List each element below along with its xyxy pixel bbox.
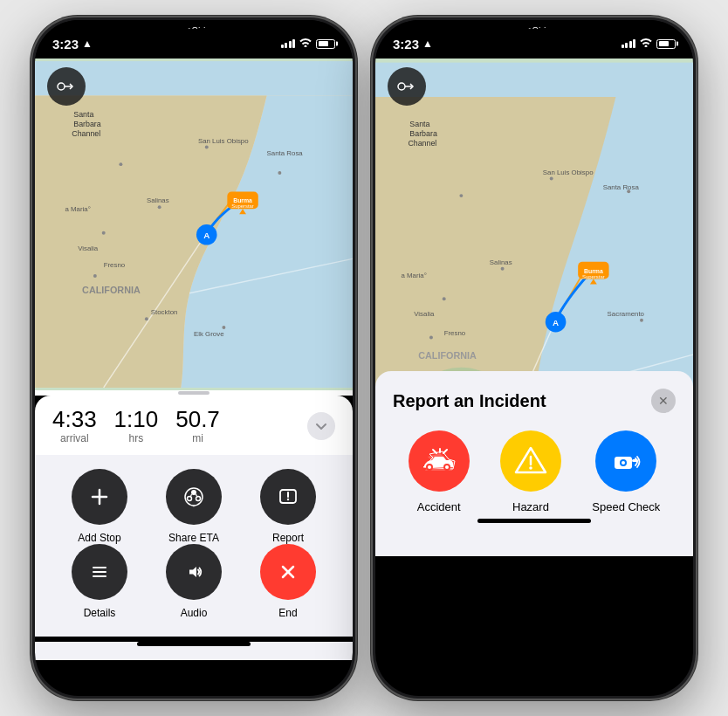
share-eta-button[interactable]: + Share ETA <box>147 469 241 544</box>
time-display-2: 3:23 ▲ <box>393 37 433 52</box>
distance-stat: 50.7 mi <box>175 408 220 444</box>
svg-text:Salinas: Salinas <box>147 196 169 204</box>
share-eta-label: Share ETA <box>168 532 219 544</box>
svg-point-7 <box>158 205 161 209</box>
svg-text:Superstar: Superstar <box>582 274 605 279</box>
hazard-label: Hazard <box>512 500 549 513</box>
svg-text:Channel: Channel <box>408 139 436 148</box>
drag-handle-1[interactable] <box>178 391 209 395</box>
incident-title: Report an Incident <box>393 391 546 411</box>
add-stop-button[interactable]: Add Stop <box>52 469 147 544</box>
svg-point-9 <box>145 317 148 320</box>
svg-text:Superstar: Superstar <box>231 203 254 209</box>
duration-stat: 1:10 hrs <box>114 408 159 444</box>
location-arrow-2: ▲ <box>422 38 433 50</box>
report-label: Report <box>272 532 304 544</box>
svg-point-58 <box>550 176 553 180</box>
svg-point-30 <box>58 83 65 90</box>
svg-text:Sacramento: Sacramento <box>608 310 645 318</box>
signal-bars-1 <box>281 39 296 48</box>
svg-point-4 <box>119 162 122 166</box>
svg-point-57 <box>459 194 463 197</box>
time-display-1: 3:23 ▲ <box>52 37 93 52</box>
svg-text:Salinas: Salinas <box>490 258 512 266</box>
add-stop-label: Add Stop <box>78 532 120 544</box>
duration-value: 1:10 <box>114 408 159 430</box>
accident-label: Accident <box>417 500 461 513</box>
svg-text:A: A <box>553 318 559 327</box>
status-right-2 <box>622 38 676 50</box>
action-grid-1: Add Stop + Share ETA <box>35 455 353 637</box>
svg-text:Fresno: Fresno <box>444 329 466 337</box>
svg-text:a Maria°: a Maria° <box>65 205 90 213</box>
svg-text:Barbara: Barbara <box>409 129 437 138</box>
expand-chevron-1[interactable] <box>307 412 335 440</box>
incident-close-button[interactable]: ✕ <box>651 389 676 413</box>
hazard-option[interactable]: Hazard <box>500 430 561 513</box>
incident-header: Report an Incident ✕ <box>393 389 676 413</box>
hazard-icon <box>500 430 561 492</box>
phone-2: 3:23 ▲ ◀ Siri <box>373 17 696 699</box>
details-button[interactable]: Details <box>52 544 147 619</box>
svg-point-94 <box>445 465 449 469</box>
svg-text:Santa: Santa <box>409 120 429 128</box>
distance-label: mi <box>175 432 220 444</box>
arrival-time: 4:33 <box>52 408 97 430</box>
svg-text:Visalia: Visalia <box>78 244 99 252</box>
incident-options: Accident Hazard <box>393 430 676 513</box>
route-info-1: 4:33 arrival 1:10 hrs 50.7 mi <box>35 396 353 455</box>
svg-text:Elk Grove: Elk Grove <box>194 330 224 338</box>
report-button[interactable]: Report <box>241 469 335 544</box>
wifi-icon-1 <box>299 38 312 50</box>
svg-text:CALIFORNIA: CALIFORNIA <box>82 285 141 295</box>
battery-icon-1 <box>316 39 335 49</box>
svg-point-59 <box>443 297 446 300</box>
map-area-1[interactable]: Santa Barbara Channel San Luis Obispo a … <box>35 59 353 390</box>
svg-line-95 <box>433 450 436 453</box>
details-label: Details <box>84 607 116 619</box>
svg-text:A: A <box>203 231 209 240</box>
svg-point-5 <box>205 145 209 148</box>
svg-point-92 <box>428 465 431 469</box>
speed-check-icon <box>595 430 656 492</box>
speed-check-option[interactable]: Speed Check <box>592 430 660 513</box>
svg-text:San Luis Obispo: San Luis Obispo <box>198 137 249 145</box>
svg-text:Stockton: Stockton <box>151 308 178 316</box>
svg-text:San Luis Obispo: San Luis Obispo <box>543 169 594 176</box>
home-indicator-2 <box>477 519 591 523</box>
svg-text:Santa: Santa <box>73 110 93 119</box>
audio-button[interactable]: Audio <box>147 544 241 619</box>
accident-icon <box>409 430 470 492</box>
time-text-1: 3:23 <box>52 37 79 52</box>
svg-point-61 <box>429 335 433 339</box>
svg-point-11 <box>278 171 281 175</box>
svg-point-6 <box>102 231 106 235</box>
svg-text:Santa Rosa: Santa Rosa <box>603 183 640 191</box>
svg-point-100 <box>529 466 532 470</box>
svg-point-104 <box>622 461 625 465</box>
map-area-2[interactable]: YOSEMITE NATIONAL PARK Santa Barbara Cha… <box>375 59 693 556</box>
svg-text:Barbara: Barbara <box>73 120 101 128</box>
location-arrow-1: ▲ <box>82 38 93 50</box>
svg-text:Channel: Channel <box>72 129 100 138</box>
end-button[interactable]: End <box>241 544 335 619</box>
arrival-label: arrival <box>52 432 97 444</box>
dynamic-island <box>141 29 246 59</box>
svg-point-43 <box>287 499 289 500</box>
wifi-icon-2 <box>640 38 652 50</box>
accident-option[interactable]: Accident <box>409 430 470 513</box>
incident-panel: Report an Incident ✕ <box>375 371 693 556</box>
audio-label: Audio <box>181 607 208 619</box>
nav-back-button-2[interactable] <box>388 67 426 106</box>
duration-label: hrs <box>114 432 159 444</box>
phone-1: 3:23 ▲ ◀ Siri <box>32 17 355 699</box>
nav-back-button-1[interactable] <box>47 67 86 106</box>
arrival-stat: 4:33 arrival <box>52 408 97 444</box>
svg-point-89 <box>398 83 405 90</box>
svg-text:Visalia: Visalia <box>414 310 435 318</box>
distance-value: 50.7 <box>175 408 220 430</box>
svg-point-10 <box>222 326 225 329</box>
dynamic-island-2 <box>482 29 587 59</box>
svg-point-8 <box>93 274 97 278</box>
svg-text:Santa Rosa: Santa Rosa <box>267 149 304 157</box>
